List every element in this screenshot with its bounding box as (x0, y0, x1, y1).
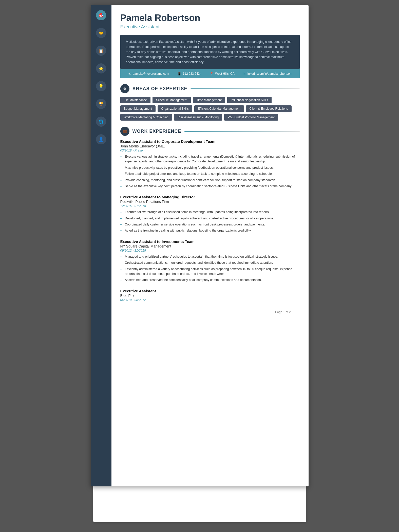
job-company: NY Square Capital Management (120, 244, 300, 248)
skill-tag: File Maintenance (120, 97, 150, 103)
linkedin-value: linkedin.com/in/pamela.robertson (247, 72, 291, 75)
sidebar-icon-7[interactable]: 👤 (96, 134, 106, 144)
bullet-item: Managed and prioritized partners' schedu… (120, 254, 300, 259)
candidate-name: Pamela Robertson (120, 13, 300, 23)
job-title: Executive Assistant to Managing Director (120, 195, 300, 199)
sidebar-icon-0[interactable]: 🎯 (96, 10, 106, 20)
skill-tag: Workforce Mentoring & Coaching (120, 114, 172, 121)
bullet-item: Developed, planned, and implemented lega… (120, 216, 300, 221)
bullet-item: Provide coaching, mentoring, and cross-f… (120, 178, 300, 183)
work-section: 💼 WORK EXPERIENCE Executive Assistant to… (120, 127, 300, 302)
expertise-header: ⚙ AREAS OF EXPERTISE (120, 84, 300, 93)
skills-container: File MaintenanceSchedule ManagementTime … (120, 97, 300, 121)
job-bullets: Managed and prioritized partners' schedu… (120, 254, 300, 283)
job-entry: Executive Assistant to Investments TeamN… (120, 239, 300, 283)
skill-tag: Time Management (193, 97, 225, 103)
contact-phone: 📱 112 233 2424 (177, 72, 201, 75)
bullet-item: Follow attainable project timelines and … (120, 172, 300, 176)
skill-tag: Client & Employee Relations (246, 105, 292, 112)
phone-value: 112 233 2424 (183, 72, 201, 75)
page-label: Page 1 of 2 (275, 310, 291, 314)
summary-text: Meticulous, task-driven Executive Assist… (126, 39, 294, 65)
skill-tag: Schedule Management (153, 97, 191, 103)
summary-box: Meticulous, task-driven Executive Assist… (120, 35, 300, 69)
sidebar-icon-1[interactable]: 🤝 (96, 28, 106, 38)
bullet-item: Serve as the executive key point person … (120, 184, 300, 189)
job-bullets: Execute various administrative tasks, in… (120, 154, 300, 189)
skill-tag: Efficient Calendar Management (194, 105, 244, 112)
contact-location: 📍 West Hills, CA (210, 72, 234, 75)
sidebar-icon-3[interactable]: 🌟 (96, 63, 106, 73)
job-dates: 12/2015 - 01/2018 (120, 204, 300, 208)
skill-tag: Budget Management (120, 105, 156, 112)
bullet-item: Ensured follow-through of all discussed … (120, 210, 300, 215)
contact-email: ✉ pamela@novoresume.com (128, 72, 169, 75)
sidebar-icon-5[interactable]: 🏆 (96, 99, 106, 109)
location-icon: 📍 (210, 72, 214, 75)
bullet-item: Execute various administrative tasks, in… (120, 154, 300, 164)
main-content: Pamela Robertson Executive Assistant Met… (111, 5, 309, 486)
job-company: Rockville Public Relations Firm (120, 200, 300, 204)
contact-bar: ✉ pamela@novoresume.com 📱 112 233 2424 📍… (120, 69, 300, 78)
sidebar-icon-4[interactable]: 💡 (96, 81, 106, 91)
job-title: Executive Assistant to Corporate Develop… (120, 139, 300, 144)
candidate-title: Executive Assistant (120, 24, 300, 30)
job-title: Executive Assistant (120, 289, 300, 293)
expertise-line (191, 88, 300, 89)
job-dates: 09/2012 - 11/2015 (120, 249, 300, 252)
expertise-section: ⚙ AREAS OF EXPERTISE File MaintenanceSch… (120, 84, 300, 121)
sidebar: 🎯 🤝 📋 🌟 💡 🏆 🌐 👤 (91, 5, 111, 486)
job-bullets: Ensured follow-through of all discussed … (120, 210, 300, 233)
job-dates: 03/2018 - Present (120, 149, 300, 152)
job-title: Executive Assistant to Investments Team (120, 239, 300, 244)
work-icon: 💼 (120, 127, 129, 136)
resume-page: 🎯 🤝 📋 🌟 💡 🏆 🌐 👤 Pamela Robertson Executi… (91, 5, 309, 486)
job-company: Blue Fox (120, 294, 300, 298)
skill-tag: Risk Assessment & Monitoring (174, 114, 222, 121)
job-company: John Morris Endeavor (JME) (120, 144, 300, 148)
sidebar-icon-2[interactable]: 📋 (96, 46, 106, 56)
page-number: Page 1 of 2 (120, 308, 300, 319)
job-dates: 06/2010 - 08/2012 (120, 298, 300, 302)
skill-tag: P&L/Budget Portfolio Management (224, 114, 278, 121)
email-icon: ✉ (128, 72, 131, 75)
work-line (184, 131, 300, 132)
job-entry: Executive Assistant to Corporate Develop… (120, 139, 300, 189)
bullet-item: Ascertained and preserved the confidenti… (120, 278, 300, 282)
expertise-icon: ⚙ (120, 84, 129, 93)
job-entry: Executive AssistantBlue Fox06/2010 - 08/… (120, 289, 300, 302)
bullet-item: Coordinated daily customer service opera… (120, 222, 300, 227)
work-header: 💼 WORK EXPERIENCE (120, 127, 300, 136)
bullet-item: Orchestrated communications, monitored r… (120, 260, 300, 265)
location-value: West Hills, CA (215, 72, 234, 75)
bullet-item: Maximize productivity rates by proactive… (120, 165, 300, 170)
work-title: WORK EXPERIENCE (132, 129, 181, 134)
expertise-title: AREAS OF EXPERTISE (132, 86, 187, 91)
sidebar-icon-6[interactable]: 🌐 (96, 117, 106, 127)
contact-linkedin: in linkedin.com/in/pamela.robertson (243, 72, 291, 75)
jobs-container: Executive Assistant to Corporate Develop… (120, 139, 300, 302)
page-stack: 🎯 🤝 📋 🌟 💡 🏆 🌐 👤 Pamela Robertson Executi… (91, 5, 309, 486)
email-value: pamela@novoresume.com (133, 72, 169, 75)
linkedin-icon: in (243, 72, 245, 75)
bullet-item: Efficiently administered a variety of ac… (120, 267, 300, 277)
skill-tag: Influential Negotiation Skills (227, 97, 272, 103)
phone-icon: 📱 (177, 72, 181, 75)
skill-tag: Organizational Skills (158, 105, 192, 112)
bullet-item: Acted as the frontline in dealing with p… (120, 228, 300, 233)
job-entry: Executive Assistant to Managing Director… (120, 195, 300, 233)
